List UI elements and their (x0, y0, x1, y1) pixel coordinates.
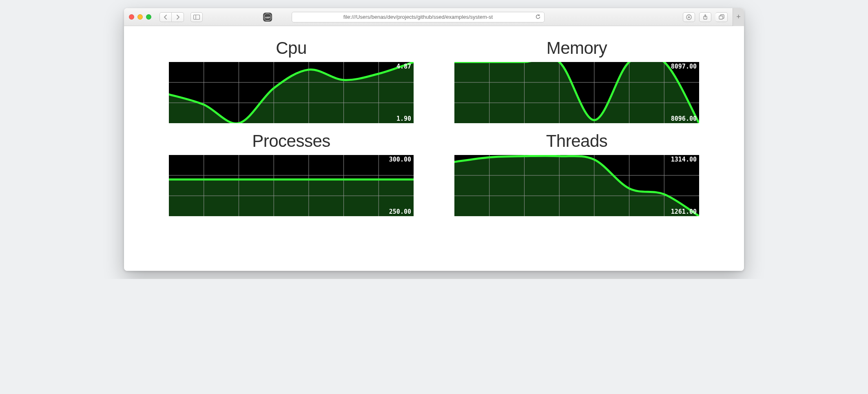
address-bar[interactable]: file:///Users/benas/dev/projects/github/… (292, 12, 545, 22)
reload-icon (535, 14, 541, 20)
url-text: file:///Users/benas/dev/projects/github/… (343, 14, 493, 20)
chart-cpu: Cpu 4.87 1.90 (165, 38, 418, 123)
window-controls (129, 14, 151, 20)
svg-text:ABP: ABP (265, 16, 270, 18)
chart-threads: Threads 1314.00 1261.00 (450, 131, 703, 216)
chart-plot: 300.00 250.00 (169, 155, 414, 216)
sidebar-icon (193, 15, 200, 20)
titlebar: ABP file:///Users/benas/dev/projects/git… (124, 8, 744, 26)
tabs-icon (718, 14, 725, 20)
abp-extension-icon[interactable]: ABP (263, 13, 272, 22)
new-tab-button[interactable]: + (733, 8, 744, 26)
chart-title: Memory (450, 38, 703, 58)
share-button[interactable] (699, 12, 711, 22)
chevron-left-icon (164, 15, 168, 20)
sidebar-toggle-button[interactable] (190, 12, 203, 22)
chart-title: Cpu (165, 38, 418, 58)
svg-rect-6 (719, 16, 723, 19)
page-content: Cpu 4.87 1.90 Memory 8097.00 8096.00 Pro… (124, 26, 744, 271)
minimize-window-button[interactable] (137, 14, 143, 20)
back-button[interactable] (159, 12, 172, 22)
svg-rect-0 (194, 15, 200, 19)
chevron-right-icon (176, 15, 180, 20)
chart-min-label: 1261.00 (671, 208, 697, 215)
charts-grid: Cpu 4.87 1.90 Memory 8097.00 8096.00 Pro… (165, 38, 703, 216)
chart-max-label: 4.87 (396, 63, 411, 70)
reload-button[interactable] (535, 14, 541, 21)
maximize-window-button[interactable] (146, 14, 151, 20)
share-icon (702, 14, 708, 20)
chart-title: Threads (450, 131, 703, 151)
chart-title: Processes (165, 131, 418, 151)
download-icon (686, 14, 692, 20)
chart-memory: Memory 8097.00 8096.00 (450, 38, 703, 123)
chart-processes: Processes 300.00 250.00 (165, 131, 418, 216)
chart-min-label: 250.00 (389, 208, 411, 215)
browser-window: ABP file:///Users/benas/dev/projects/git… (124, 8, 744, 271)
chart-max-label: 8097.00 (671, 63, 697, 70)
stop-sign-icon: ABP (264, 13, 272, 21)
forward-button[interactable] (172, 12, 184, 22)
chart-plot: 8097.00 8096.00 (454, 62, 699, 123)
chart-plot: 1314.00 1261.00 (454, 155, 699, 216)
plus-icon: + (736, 13, 741, 21)
tabs-button[interactable] (715, 12, 728, 22)
chart-max-label: 1314.00 (671, 156, 697, 163)
chart-max-label: 300.00 (389, 156, 411, 163)
chart-plot: 4.87 1.90 (169, 62, 414, 123)
nav-buttons (159, 12, 184, 22)
close-window-button[interactable] (129, 14, 134, 20)
chart-min-label: 8096.00 (671, 115, 697, 122)
toolbar-right (683, 12, 728, 22)
downloads-button[interactable] (683, 12, 695, 22)
chart-min-label: 1.90 (396, 115, 411, 122)
